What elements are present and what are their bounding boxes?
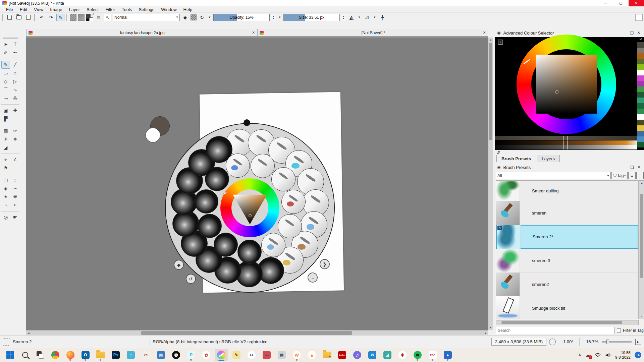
reference-images-tool[interactable]: ⚑ xyxy=(1,164,10,172)
history-swatch[interactable] xyxy=(637,142,644,147)
photoshop-icon[interactable]: Ps xyxy=(109,349,122,361)
measure-tool[interactable]: ∠ xyxy=(11,156,19,164)
reload-preset-button[interactable]: ↻ xyxy=(198,14,206,21)
magnetic-select-tool[interactable]: ≈ xyxy=(11,201,19,209)
inner-brush-slot[interactable] xyxy=(281,190,306,214)
similar-select-tool[interactable]: ✴ xyxy=(1,193,10,201)
redo-button[interactable]: ↷ xyxy=(47,14,55,21)
tag-filter-combo[interactable]: All ▼ xyxy=(496,172,611,179)
eraser-app-icon[interactable]: ▬ xyxy=(260,349,273,361)
preset-row[interactable]: smeren2 xyxy=(496,273,638,296)
menu-view[interactable]: View xyxy=(31,6,47,13)
palette-more-button[interactable]: ⌄ xyxy=(308,273,318,283)
history-swatch[interactable] xyxy=(637,136,644,142)
canvas-vertical-scrollbar[interactable]: ▲ ▼ xyxy=(488,38,493,330)
canvas-rotation-handle[interactable] xyxy=(244,119,250,126)
scroll-down-arrow[interactable]: ▼ xyxy=(488,325,493,330)
tangent-icon[interactable]: ✿ xyxy=(200,349,213,361)
display-mode-button[interactable]: ≡ xyxy=(628,172,636,179)
docker-tab-brush-presets[interactable]: Brush Presets xyxy=(496,155,536,162)
minimize-button[interactable]: ─ xyxy=(598,0,613,6)
lock-icon[interactable]: ◉ xyxy=(497,165,500,170)
freehand-brush-tool[interactable]: ✎ xyxy=(1,61,10,69)
blending-mode-combo[interactable]: Normal ▼ xyxy=(113,14,180,21)
preset-row[interactable]: Smudge block tilt xyxy=(496,296,638,319)
bezier-select-tool[interactable]: ◔ xyxy=(1,201,10,209)
history-swatch[interactable] xyxy=(637,92,644,98)
chevron-down-icon[interactable]: ▼ xyxy=(357,16,362,19)
preset-row[interactable]: smeren xyxy=(496,201,638,225)
text-tool[interactable]: T xyxy=(11,40,19,48)
menu-tools[interactable]: Tools xyxy=(118,6,135,13)
save-button[interactable] xyxy=(24,14,32,21)
history-swatch[interactable] xyxy=(637,75,644,81)
start-button[interactable] xyxy=(3,349,17,361)
chevron-down-icon[interactable]: ▼ xyxy=(372,16,377,19)
task-view-button[interactable] xyxy=(34,349,47,361)
pdf-icon[interactable]: PDF xyxy=(426,349,439,361)
toolbox-drag-handle[interactable] xyxy=(3,38,18,40)
inner-brush-slot[interactable] xyxy=(278,214,302,238)
float-docker-button[interactable]: ❑ xyxy=(629,31,635,35)
new-document-button[interactable] xyxy=(5,14,13,21)
music-cloud-icon[interactable]: ♫ xyxy=(351,349,364,361)
history-swatch[interactable] xyxy=(637,98,644,103)
document-tab-2[interactable]: [Not Saved] *✕ xyxy=(257,29,488,36)
search-input[interactable] xyxy=(496,327,615,334)
saturation-bar[interactable] xyxy=(495,140,637,145)
inner-brush-slot[interactable] xyxy=(194,189,218,214)
edit-shapes-tool[interactable]: ✐ xyxy=(1,49,10,57)
print-preview-icon[interactable]: ▤ xyxy=(275,349,288,361)
chrome-icon[interactable]: ● xyxy=(49,349,62,361)
crop-tool[interactable]: ▛ xyxy=(1,115,10,123)
vertical-scroll-thumb[interactable] xyxy=(489,43,492,140)
dynamic-brush-tool[interactable]: ↝ xyxy=(1,94,10,102)
chevron-down-icon[interactable]: ▼ xyxy=(277,16,282,19)
ellipse-tool[interactable]: ○ xyxy=(11,69,19,77)
history-swatch[interactable] xyxy=(637,103,644,109)
inner-brush-slot[interactable] xyxy=(271,167,296,191)
close-button[interactable]: ✕ xyxy=(629,0,644,6)
palette-history-swatch[interactable] xyxy=(146,128,160,142)
assistants-tool[interactable]: ⌖ xyxy=(1,156,10,164)
volume-icon[interactable] xyxy=(605,353,611,358)
history-swatch[interactable] xyxy=(637,125,644,131)
tab-close-icon[interactable]: ✕ xyxy=(481,31,488,35)
palette-reset-rotation-button[interactable]: ↺ xyxy=(186,274,196,284)
swap-colors-icon[interactable]: ⇄ xyxy=(91,13,94,16)
pureref-icon[interactable]: P xyxy=(184,349,198,361)
toolbar-drag-handle[interactable] xyxy=(2,14,3,21)
menu-layer[interactable]: Layer xyxy=(65,6,83,13)
transform-tool[interactable]: ▣ xyxy=(1,106,10,114)
tray-chevron-icon[interactable]: ∧ xyxy=(578,353,581,357)
trim-to-image-button[interactable]: ╄ xyxy=(378,14,386,21)
opacity-spinner[interactable]: ▲▼ xyxy=(271,14,276,21)
preset-row[interactable]: Smeer dulling xyxy=(496,181,638,201)
chevron-down-icon[interactable]: ▼ xyxy=(207,16,212,19)
workspace-chooser-button[interactable] xyxy=(635,14,643,21)
freehand-path-tool[interactable]: ∿ xyxy=(11,86,19,94)
history-swatch[interactable] xyxy=(637,114,644,120)
notification-badge[interactable]: 16 xyxy=(635,352,641,358)
thumbnail-size-button[interactable]: ⋮ xyxy=(636,172,644,179)
history-swatch[interactable] xyxy=(637,109,644,114)
calligraphy-tool[interactable]: ✒ xyxy=(11,49,19,57)
pan-tool[interactable]: ☛ xyxy=(11,213,19,221)
inner-brush-slot[interactable] xyxy=(226,154,250,178)
close-docker-button[interactable]: ✕ xyxy=(635,31,642,35)
explorer-icon[interactable] xyxy=(94,349,107,361)
scroll-up-arrow[interactable]: ▲ xyxy=(488,38,493,42)
art-supplies-icon[interactable]: ✎ xyxy=(230,349,243,361)
sv-selector-dot[interactable] xyxy=(555,90,558,94)
palette-sv-selector[interactable] xyxy=(249,214,252,217)
outlook-icon[interactable]: O xyxy=(79,349,92,361)
menu-help[interactable]: Help xyxy=(180,6,196,13)
scroll-right-arrow[interactable]: ▶ xyxy=(483,330,488,336)
history-swatch[interactable] xyxy=(637,48,644,54)
spotify-icon[interactable]: ≋ xyxy=(411,349,424,361)
photo-viewer-icon[interactable]: ◪ xyxy=(381,349,394,361)
preset-row[interactable]: smeren 3 xyxy=(496,249,638,273)
filter-in-tag-checkbox[interactable] xyxy=(617,328,621,333)
krita-icon[interactable] xyxy=(215,349,228,361)
zoom-tool[interactable]: ◎ xyxy=(1,213,10,221)
